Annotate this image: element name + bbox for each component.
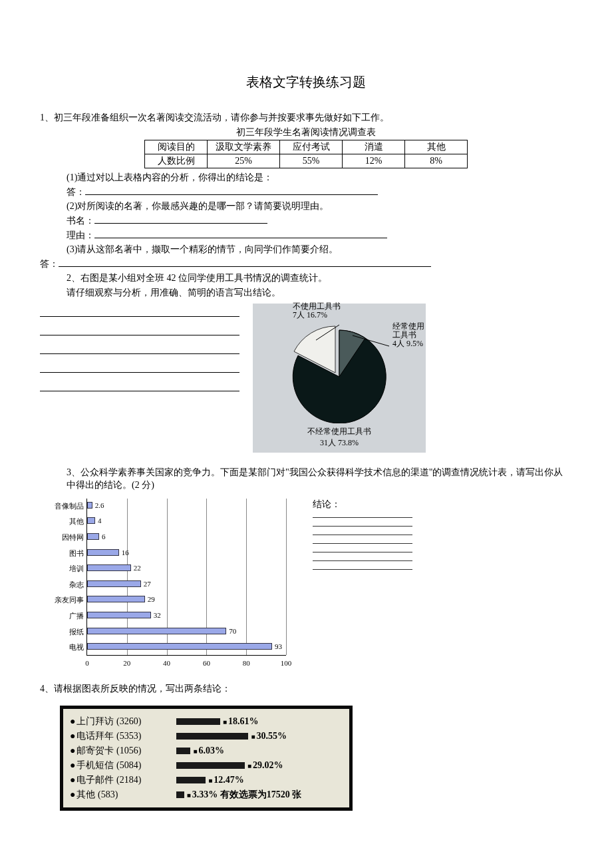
q1-intro: 1、初三年段准备组织一次名著阅读交流活动，请你参与并按要求事先做好如下工作。	[40, 111, 572, 124]
bar-rect	[87, 517, 95, 524]
bar-row: 22	[87, 564, 286, 572]
pie-label-r2: 工具书	[392, 330, 416, 339]
q4-bar-rect	[176, 718, 220, 725]
bar-rect	[87, 628, 226, 634]
xtick: 0	[85, 659, 89, 667]
bar-rect	[87, 502, 92, 509]
q1-v0: 25%	[208, 154, 280, 168]
blank-line[interactable]	[40, 322, 239, 335]
q4-bar-rect	[176, 777, 206, 783]
pie-label-bottom: 不经常使用工具书	[307, 427, 371, 436]
page-title: 表格文字转换练习题	[40, 73, 572, 91]
xtick: 40	[163, 659, 170, 667]
bar-rect	[87, 533, 99, 540]
q2-answer-lines[interactable]	[40, 304, 239, 453]
bar-category-label: 图书	[40, 548, 84, 558]
bar-row: 70	[87, 627, 286, 635]
bar-category-label: 亲友同事	[40, 595, 84, 605]
bar-row: 2.6	[87, 501, 286, 509]
q4-bar-rect	[176, 762, 245, 769]
bar-row: 16	[87, 548, 286, 556]
q1-h2: 应付考试	[280, 140, 343, 154]
bar-category-label: 电视	[40, 642, 84, 652]
xtick: 60	[203, 659, 210, 667]
q3-conclusion-label: 结论：	[313, 499, 572, 511]
q1-book: 书名：	[67, 214, 572, 228]
blank-line[interactable]	[313, 543, 412, 544]
pie-label-r3: 4人 9.5%	[392, 339, 423, 348]
bar-rect	[87, 596, 145, 602]
bar-value-label: 16	[122, 548, 129, 556]
q4-item-name: 电话拜年 (5353)	[70, 730, 176, 742]
blank-line[interactable]	[94, 214, 267, 224]
q1-h3: 消遣	[343, 140, 405, 154]
pie-icon	[283, 317, 396, 423]
q4-bar-rect	[176, 733, 248, 740]
blank-line[interactable]	[40, 304, 239, 317]
blank-line[interactable]	[40, 359, 239, 373]
bar-row: 32	[87, 611, 286, 619]
blank-line[interactable]	[313, 560, 412, 561]
bar-value-label: 22	[134, 564, 141, 572]
blank-line[interactable]	[59, 258, 431, 267]
bar-category-label: 杂志	[40, 580, 84, 590]
q1-v1: 55%	[280, 154, 343, 168]
blank-line[interactable]	[313, 569, 412, 570]
bar-rect	[87, 549, 119, 556]
pie-label-r1: 经常使用	[392, 322, 424, 331]
q4-row: 电子邮件 (2184)12.47%	[70, 773, 343, 787]
q4-bar-rect	[176, 748, 190, 754]
q4-row: 邮寄贺卡 (1056)6.03%	[70, 744, 343, 758]
blank-line[interactable]	[94, 229, 387, 238]
bar-rect	[87, 580, 141, 587]
bar-category-label: 广播	[40, 611, 84, 621]
q1-table: 阅读目的 汲取文学素养 应付考试 消遣 其他 人数比例 25% 55% 12% …	[144, 140, 468, 168]
blank-line[interactable]	[313, 552, 412, 552]
q4-pct-label: 29.02%	[247, 760, 283, 771]
q4-pct-label: 3.33% 有效选票为17520 张	[187, 789, 302, 801]
bar-value-label: 29	[148, 595, 155, 603]
blank-line[interactable]	[313, 517, 412, 518]
xtick: 20	[123, 659, 130, 667]
bar-row: 6	[87, 533, 286, 541]
bar-category-label: 其他	[40, 517, 84, 527]
q1-ans3: 答：	[40, 258, 572, 271]
blank-line[interactable]	[40, 341, 239, 354]
blank-line[interactable]	[85, 186, 378, 195]
bar-row: 27	[87, 580, 286, 588]
q4-pct-label: 30.55%	[251, 731, 287, 742]
bar-row: 4	[87, 517, 286, 525]
xtick: 80	[243, 659, 250, 667]
q4-item-name: 手机短信 (5084)	[70, 760, 176, 771]
bar-value-label: 93	[275, 642, 282, 650]
blank-line[interactable]	[313, 535, 412, 535]
blank-line[interactable]	[40, 378, 239, 391]
q1-rowlabel: 人数比例	[145, 154, 208, 168]
bar-category-label: 培训	[40, 564, 84, 574]
q4-item-name: 其他 (583)	[70, 789, 176, 801]
q4-pct-label: 18.61%	[223, 716, 259, 727]
bar-value-label: 2.6	[95, 501, 104, 509]
q4-row: 其他 (583)3.33% 有效选票为17520 张	[70, 787, 343, 802]
bar-rect	[87, 564, 131, 571]
bar-row: 29	[87, 595, 286, 603]
blank-line[interactable]	[313, 526, 412, 527]
bar-category-label: 报纸	[40, 627, 84, 637]
q3-bar-chart: 0 20 40 60 80 100 2.64616222729327093 音像…	[40, 499, 293, 672]
bar-row: 93	[87, 642, 286, 650]
q4-pct-label: 12.47%	[208, 775, 244, 785]
bar-value-label: 4	[98, 517, 102, 525]
bar-category-label: 音像制品	[40, 501, 84, 511]
xtick: 100	[281, 659, 292, 667]
pie-label-top2: 7人 16.7%	[293, 310, 327, 320]
q4-item-name: 电子邮件 (2184)	[70, 774, 176, 786]
q3-intro: 3、公众科学素养事关国家的竞争力。下面是某部门对"我国公众获得科学技术信息的渠道…	[40, 466, 572, 492]
q1-h0: 阅读目的	[145, 140, 208, 154]
q1-h4: 其他	[405, 140, 468, 154]
pie-label-top: 不使用工具书	[293, 302, 341, 311]
q1-h1: 汲取文学素养	[208, 140, 280, 154]
q1-sub1: (1)通过对以上表格内容的分析，你得出的结论是：	[67, 171, 572, 184]
q4-row: 手机短信 (5084)29.02%	[70, 758, 343, 773]
q2-intro1: 2、右图是某小组对全班 42 位同学使用工具书情况的调查统计。	[67, 272, 572, 285]
q4-pct-label: 6.03%	[193, 746, 224, 756]
